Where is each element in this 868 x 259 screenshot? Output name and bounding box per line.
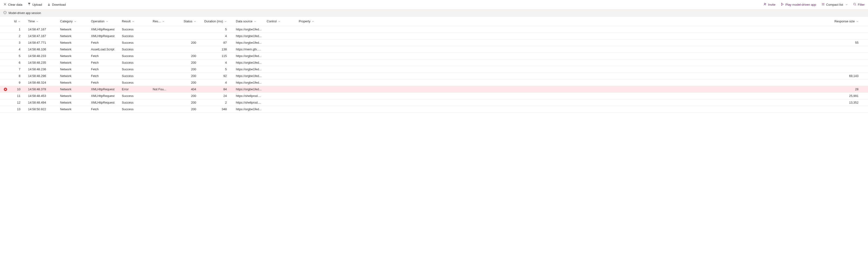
cell-datasource: https://shellprod.... [234, 101, 265, 104]
cell-time: 14:58:48.233 [26, 54, 58, 58]
table-row[interactable]: 514:58:48.233NetworkFetchSuccess200115ht… [0, 53, 868, 59]
cell-category: Network [58, 101, 89, 104]
play-button[interactable]: Play model-driven app [781, 3, 816, 7]
clear-data-button[interactable]: Clear data [3, 3, 22, 7]
table-row[interactable]: 1314:58:50.922NetworkFetchSuccess200348h… [0, 106, 868, 113]
cell-datasource: https://orgbe1fed... [234, 34, 265, 38]
table-row[interactable]: 114:58:47.167NetworkXMLHttpRequestSucces… [0, 26, 868, 33]
cell-result: Success [120, 48, 151, 51]
cell-id: 6 [11, 61, 26, 64]
cell-time: 14:58:48.494 [26, 101, 58, 104]
cell-operation: Fetch [89, 81, 120, 84]
cell-status: 200 [170, 107, 202, 111]
table-row[interactable]: 814:58:48.296NetworkFetchSuccess20092htt… [0, 73, 868, 79]
upload-icon [28, 3, 31, 7]
cell-id: 12 [11, 101, 26, 104]
cell-category: Network [58, 81, 89, 84]
cell-result: Success [120, 34, 151, 38]
cell-time: 14:58:47.771 [26, 41, 58, 45]
col-result2[interactable]: Res... [151, 20, 170, 23]
cell-category: Network [58, 67, 89, 71]
cell-status: 200 [170, 74, 202, 78]
cell-time: 14:58:48.324 [26, 81, 58, 84]
toolbar: Clear data Upload Download Invite Play m… [0, 0, 868, 9]
cell-datasource: https://orgbe1fed... [234, 107, 265, 111]
upload-button[interactable]: Upload [28, 3, 42, 7]
cell-result: Success [120, 28, 151, 31]
col-time[interactable]: Time [26, 20, 58, 23]
table-body: 114:58:47.167NetworkXMLHttpRequestSucces… [0, 26, 868, 113]
cell-datasource: https://orgbe1fed... [234, 54, 265, 58]
cell-operation: Fetch [89, 74, 120, 78]
list-icon [822, 3, 825, 7]
table: Id Time Category Operation Result Res...… [0, 17, 868, 113]
col-result[interactable]: Result [120, 20, 151, 23]
table-row[interactable]: 1114:58:48.453NetworkXMLHttpRequestSucce… [0, 93, 868, 99]
cell-duration: 4 [202, 34, 234, 38]
cell-operation: AssetLoad.Script [89, 48, 120, 51]
table-row[interactable]: 414:58:48.106NetworkAssetLoad.ScriptSucc… [0, 46, 868, 53]
cell-time: 14:58:48.236 [26, 67, 58, 71]
cell-status: 200 [170, 67, 202, 71]
table-row[interactable]: 314:58:47.771NetworkFetchSuccess20087htt… [0, 39, 868, 46]
col-operation[interactable]: Operation [89, 20, 120, 23]
cell-response-size: 13,352 [328, 101, 868, 104]
cell-operation: XMLHttpRequest [89, 94, 120, 98]
cell-id: 10 [11, 87, 26, 91]
cell-status: 200 [170, 61, 202, 64]
cell-time: 14:58:48.106 [26, 48, 58, 51]
download-label: Download [52, 3, 66, 6]
col-duration[interactable]: Duration (ms) [202, 20, 234, 23]
cell-operation: Fetch [89, 41, 120, 45]
cell-result: Success [120, 67, 151, 71]
col-status[interactable]: Status [170, 20, 202, 23]
table-row[interactable]: 614:58:48.235NetworkFetchSuccess2004http… [0, 59, 868, 66]
cell-id: 13 [11, 107, 26, 111]
table-row[interactable]: 214:58:47.167NetworkXMLHttpRequestSucces… [0, 33, 868, 39]
invite-label: Invite [768, 3, 775, 6]
cell-result: Success [120, 81, 151, 84]
download-icon [47, 3, 51, 7]
row-status-icon [0, 88, 11, 91]
cell-result: Success [120, 94, 151, 98]
cell-operation: XMLHttpRequest [89, 28, 120, 31]
cell-status: 404 [170, 87, 202, 91]
toolbar-right: Invite Play model-driven app Compact lis… [763, 3, 865, 7]
cell-operation: Fetch [89, 54, 120, 58]
play-icon [781, 3, 784, 7]
filter-button[interactable]: Filter [853, 3, 865, 7]
cell-status: 200 [170, 101, 202, 104]
cell-datasource: https://mem.gfx.m... [234, 48, 265, 51]
cell-category: Network [58, 61, 89, 64]
cell-category: Network [58, 54, 89, 58]
compact-list-button[interactable]: Compact list [822, 3, 848, 7]
cell-datasource: https://orgbe1fed... [234, 61, 265, 64]
col-response-size[interactable]: Response size [328, 20, 868, 23]
col-category[interactable]: Category [58, 20, 89, 23]
col-property[interactable]: Property [297, 20, 328, 23]
invite-button[interactable]: Invite [763, 3, 775, 7]
col-datasource[interactable]: Data source [234, 20, 265, 23]
col-id[interactable]: Id [11, 20, 26, 23]
cell-result: Success [120, 107, 151, 111]
table-row[interactable]: 1014:58:48.378NetworkXMLHttpRequestError… [0, 86, 868, 93]
table-row[interactable]: 1214:58:48.494NetworkXMLHttpRequestSucce… [0, 99, 868, 106]
cell-status: 200 [170, 94, 202, 98]
table-row[interactable]: 714:58:48.236NetworkFetchSuccess2005http… [0, 66, 868, 73]
cell-result: Success [120, 61, 151, 64]
infobar: Model-driven app session [0, 9, 868, 17]
cell-result: Success [120, 41, 151, 45]
cell-response-size: 55 [328, 41, 868, 45]
col-control[interactable]: Control [265, 20, 297, 23]
cell-time: 14:58:47.167 [26, 34, 58, 38]
download-button[interactable]: Download [47, 3, 66, 7]
cell-response-size: 25,991 [328, 94, 868, 98]
cell-status: 200 [170, 54, 202, 58]
cell-duration: 138 [202, 48, 234, 51]
cell-result: Success [120, 74, 151, 78]
cell-duration: 115 [202, 54, 234, 58]
cell-category: Network [58, 41, 89, 45]
table-row[interactable]: 914:58:48.324NetworkFetchSuccess2004http… [0, 79, 868, 86]
cell-time: 14:58:48.296 [26, 74, 58, 78]
cell-datasource: https://orgbe1fed... [234, 87, 265, 91]
